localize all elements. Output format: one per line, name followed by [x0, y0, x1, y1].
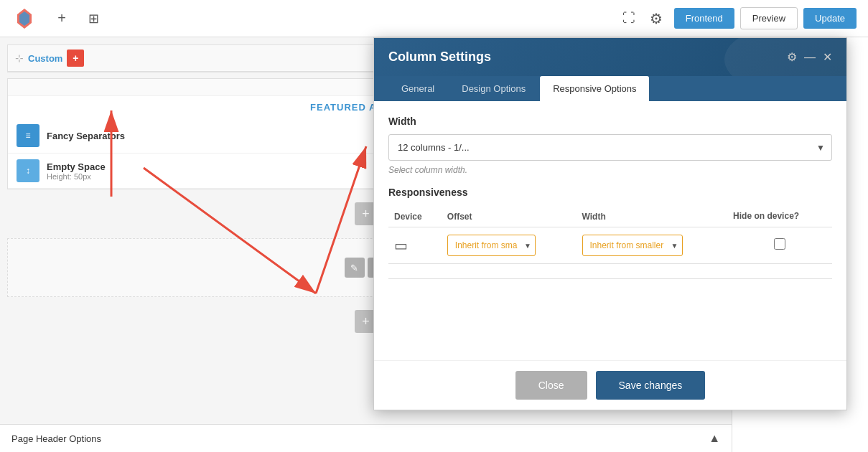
modal-tabs: General Design Options Responsive Option… — [374, 76, 846, 101]
modal-header: Column Settings ⚙ — ✕ — [374, 38, 846, 76]
modal-title: Column Settings — [388, 50, 491, 65]
col-device: Device — [388, 207, 442, 227]
width-resp-select-wrapper: Inherit from smaller ▼ — [582, 235, 683, 256]
offset-select-wrapper: Inherit from sma ▼ — [447, 235, 536, 256]
tab-design-options[interactable]: Design Options — [449, 76, 538, 101]
edit-row-button[interactable]: ✎ — [345, 258, 365, 278]
col-offset: Offset — [442, 207, 577, 227]
expand-icon[interactable]: ⛶ — [622, 11, 635, 26]
width-select[interactable]: 12 columns - 1/... — [388, 134, 832, 161]
update-button[interactable]: Update — [803, 8, 857, 29]
grid-view-button[interactable]: ⊞ — [80, 6, 106, 32]
frontend-button[interactable]: Frontend — [674, 8, 734, 29]
device-desktop-icon: ▭ — [394, 237, 408, 253]
add-column-button[interactable]: + — [67, 50, 84, 67]
custom-label: Custom — [28, 53, 62, 64]
modal-minimize-icon[interactable]: — — [804, 51, 816, 64]
move-icon: ⊹ — [15, 52, 24, 64]
responsiveness-title: Responsiveness — [388, 187, 832, 198]
modal-settings-icon[interactable]: ⚙ — [787, 50, 797, 64]
add-element-button[interactable]: + — [49, 6, 75, 32]
hide-on-device-checkbox[interactable] — [774, 238, 785, 250]
close-button[interactable]: Close — [515, 371, 587, 400]
logo — [11, 6, 37, 32]
col-width: Width — [577, 207, 728, 227]
modal-close-icon[interactable]: ✕ — [823, 50, 832, 64]
modal-body: Width 12 columns - 1/... ▼ Select column… — [374, 101, 846, 360]
offset-select[interactable]: Inherit from sma — [447, 235, 536, 256]
column-settings-modal: Column Settings ⚙ — ✕ General Design Opt… — [373, 37, 847, 410]
modal-header-icons: ⚙ — ✕ — [787, 50, 832, 64]
col-hide: Hide on device? — [727, 207, 832, 227]
width-select-wrapper: 12 columns - 1/... ▼ — [388, 134, 832, 161]
widget-icon-1: ≡ — [17, 124, 39, 147]
top-toolbar: + ⊞ ⛶ ⚙ Frontend Preview Update — [0, 0, 868, 37]
page-header-title: Page Header Options — [11, 433, 101, 444]
width-section-title: Width — [388, 116, 832, 127]
modal-footer: Close Save changes — [374, 360, 846, 410]
gear-icon[interactable]: ⚙ — [650, 10, 663, 27]
tab-general[interactable]: General — [388, 76, 447, 101]
table-row: ▭ Inherit from sma ▼ Inher — [388, 227, 832, 263]
widget-icon-2: ↕ — [17, 159, 39, 182]
preview-button[interactable]: Preview — [740, 7, 798, 29]
width-hint: Select column width. — [388, 165, 832, 175]
chevron-up-icon[interactable]: ▲ — [709, 432, 720, 445]
responsiveness-table: Device Offset Width Hide on device? ▭ In… — [388, 207, 832, 279]
width-resp-select[interactable]: Inherit from smaller — [582, 235, 683, 256]
table-row-2 — [388, 263, 832, 278]
save-changes-button[interactable]: Save changes — [596, 371, 706, 400]
page-header-options-bar: Page Header Options ▲ — [0, 424, 732, 452]
grid-icon: ⊞ — [88, 11, 99, 27]
tab-responsive-options[interactable]: Responsive Options — [540, 76, 649, 101]
